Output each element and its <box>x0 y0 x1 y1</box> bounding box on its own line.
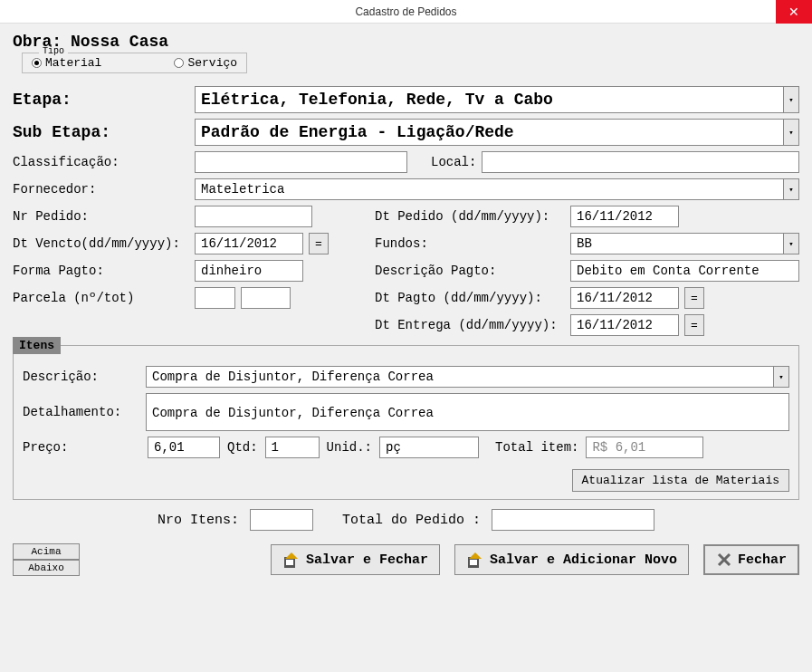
local-label: Local: <box>431 155 476 169</box>
descpagto-field[interactable] <box>570 260 799 282</box>
dtpagto-label: Dt Pagto (dd/mm/yyyy): <box>375 291 565 305</box>
save-icon <box>466 551 484 569</box>
salvar-fechar-label: Salvar e Fechar <box>306 552 428 568</box>
nrpedido-label: Nr Pedido: <box>13 209 189 224</box>
dtpedido-field[interactable] <box>570 206 679 227</box>
nrpedido-field[interactable] <box>195 206 312 227</box>
titlebar: Cadastro de Pedidos ✕ <box>0 0 812 24</box>
chevron-down-icon[interactable]: ▾ <box>783 233 799 254</box>
abaixo-button[interactable]: Abaixo <box>13 560 80 576</box>
form-content: Obra: Nossa Casa Tipo Material Serviço E… <box>0 24 812 585</box>
dtvencto-label: Dt Vencto(dd/mm/yyyy): <box>13 236 189 251</box>
chevron-down-icon[interactable]: ▾ <box>783 178 799 200</box>
parcela-tot-field[interactable] <box>241 287 291 309</box>
radio-material[interactable]: Material <box>32 56 101 70</box>
nroitens-field[interactable] <box>250 509 313 531</box>
radio-material-label: Material <box>45 56 101 70</box>
obra-value: Nossa Casa <box>71 33 168 51</box>
chevron-down-icon[interactable]: ▾ <box>783 86 799 113</box>
qtd-label: Qtd: <box>227 440 258 455</box>
fechar-label: Fechar <box>738 552 787 568</box>
save-icon <box>282 551 301 569</box>
radio-servico-label: Serviço <box>187 56 237 70</box>
tipo-group: Tipo Material Serviço <box>22 53 247 73</box>
atualizar-label: Atualizar lista de Materiais <box>582 474 779 487</box>
descpagto-label: Descrição Pagto: <box>375 264 565 278</box>
dtpagto-eq-button[interactable]: = <box>684 287 704 309</box>
detalhamento-field[interactable] <box>146 393 789 431</box>
dtentrega-eq-button[interactable]: = <box>684 314 704 336</box>
descricao-label: Descrição: <box>23 370 140 384</box>
preco-label: Preço: <box>23 440 140 455</box>
parcela-label: Parcela (nº/tot) <box>13 291 189 305</box>
salvar-fechar-button[interactable]: Salvar e Fechar <box>271 544 440 575</box>
chevron-down-icon[interactable]: ▾ <box>783 119 799 146</box>
classificacao-label: Classificação: <box>13 155 189 169</box>
dtentrega-field[interactable] <box>570 314 679 336</box>
salvar-novo-button[interactable]: Salvar e Adicionar Novo <box>454 544 689 575</box>
preco-field[interactable] <box>148 437 220 458</box>
close-icon[interactable]: ✕ <box>776 0 812 24</box>
etapa-label: Etapa: <box>13 91 189 109</box>
chevron-down-icon[interactable]: ▾ <box>773 366 789 388</box>
acima-button[interactable]: Acima <box>13 543 80 560</box>
subetapa-label: Sub Etapa: <box>13 123 189 141</box>
qtd-field[interactable] <box>265 437 320 458</box>
unid-field[interactable] <box>379 437 479 458</box>
totalitem-field <box>586 437 703 458</box>
fundos-combo[interactable] <box>570 233 783 254</box>
atualizar-materiais-button[interactable]: Atualizar lista de Materiais <box>572 469 789 492</box>
totalpedido-field[interactable] <box>492 509 654 531</box>
radio-servico[interactable]: Serviço <box>174 56 237 70</box>
totalpedido-label: Total do Pedido : <box>342 513 481 528</box>
window-title: Cadastro de Pedidos <box>355 5 456 18</box>
nroitens-label: Nro Itens: <box>158 513 239 528</box>
parcela-n-field[interactable] <box>195 287 235 309</box>
fundos-label: Fundos: <box>375 236 565 251</box>
dtentrega-label: Dt Entrega (dd/mm/yyyy): <box>375 318 565 332</box>
dtpagto-field[interactable] <box>570 287 679 309</box>
totalitem-label: Total item: <box>495 440 578 455</box>
dtpedido-label: Dt Pedido (dd/mm/yyyy): <box>375 209 565 224</box>
formapagto-field[interactable] <box>195 260 303 282</box>
fechar-button[interactable]: Fechar <box>703 544 799 575</box>
fornecedor-combo[interactable] <box>195 178 783 200</box>
unid-label: Unid.: <box>327 440 372 455</box>
detalhamento-label: Detalhamento: <box>23 405 140 419</box>
radio-icon <box>32 58 42 68</box>
tipo-legend: Tipo <box>39 46 68 56</box>
descricao-combo[interactable] <box>146 366 773 388</box>
svg-rect-3 <box>470 560 477 565</box>
close-icon <box>716 552 732 568</box>
itens-tab[interactable]: Itens <box>13 337 61 354</box>
svg-rect-1 <box>286 560 293 565</box>
dtvencto-eq-button[interactable]: = <box>309 233 329 254</box>
salvar-novo-label: Salvar e Adicionar Novo <box>490 552 677 568</box>
radio-icon <box>174 58 184 68</box>
dtvencto-field[interactable] <box>195 233 303 254</box>
formapagto-label: Forma Pagto: <box>13 264 189 278</box>
fornecedor-label: Fornecedor: <box>13 182 189 197</box>
itens-panel: Itens Descrição: ▾ Detalhamento: Preço: … <box>13 345 799 500</box>
local-field[interactable] <box>482 151 799 173</box>
subetapa-combo[interactable] <box>195 119 783 146</box>
classificacao-field[interactable] <box>195 151 407 173</box>
etapa-combo[interactable] <box>195 86 783 113</box>
